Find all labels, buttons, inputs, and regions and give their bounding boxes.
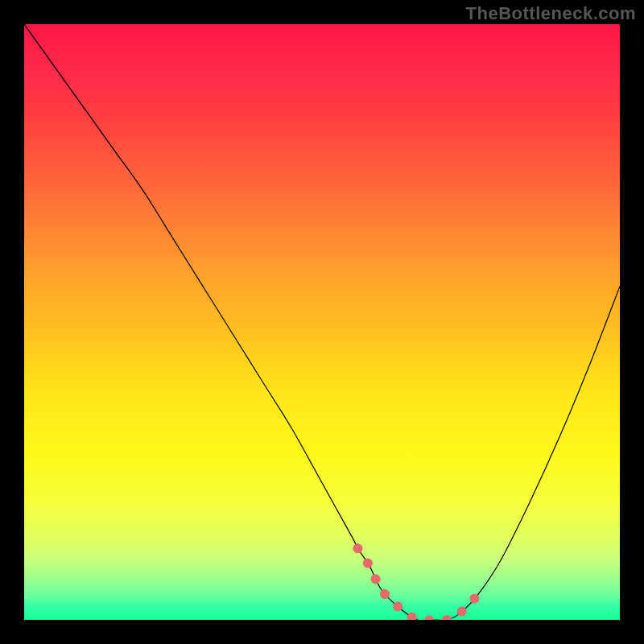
highlight-segment [357, 548, 477, 620]
bottleneck-curve [24, 24, 620, 620]
plot-area [24, 24, 620, 620]
chart-frame: TheBottleneck.com [0, 0, 644, 644]
curve-svg [24, 24, 620, 620]
watermark-text: TheBottleneck.com [466, 3, 636, 24]
